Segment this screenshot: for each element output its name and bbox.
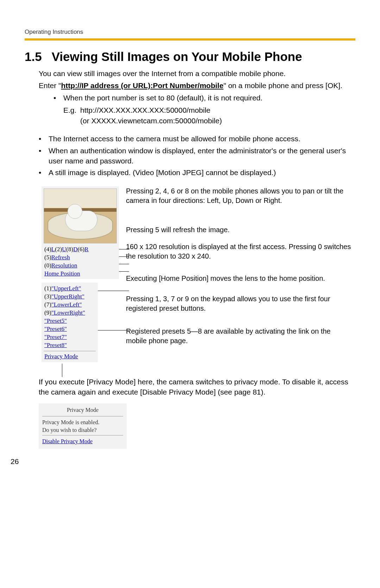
callout-refresh: Pressing 5 will refresh the image. — [126, 225, 353, 235]
refresh-link[interactable]: Refresh — [51, 254, 70, 261]
preset-row: (1)"UpperLeft" — [44, 285, 96, 293]
example-block: E.g.http://XXX.XXX.XXX.XXX:50000/mobile … — [63, 105, 355, 126]
intro-p2: Enter "http://IP address (or URL):Port N… — [39, 80, 355, 91]
preset6-link[interactable]: "Preset6" — [44, 326, 67, 332]
url-example-bold: http://IP address (or URL):Port Number/m… — [61, 81, 223, 89]
preset8-link[interactable]: "Preset8" — [44, 342, 67, 348]
nav-keys-line: (4)L(2)U(8)D(6)R — [44, 246, 117, 254]
privacy-box-title: Privacy Mode — [42, 406, 123, 414]
preset-row: (3)"UpperRight" — [44, 293, 96, 301]
phone-screen-presets: (1)"UpperLeft" (3)"UpperRight" (7)"Lower… — [42, 283, 98, 362]
preset-lowerright-link[interactable]: "LowerRight" — [51, 309, 85, 316]
callout-presets58: Registered presets 5—8 are available by … — [126, 327, 353, 346]
disable-privacy-link[interactable]: Disable Privacy Mode — [42, 438, 93, 444]
privacy-leader-line — [62, 364, 119, 377]
privacy-mode-link[interactable]: Privacy Mode — [44, 353, 78, 360]
privacy-paragraph: If you execute [Privacy Mode] here, the … — [39, 377, 355, 397]
preset-row: (7)"LowerLeft" — [44, 301, 96, 309]
resolution-line: (0)Resolution — [44, 262, 117, 270]
preset-row: (9)"LowerRight" — [44, 309, 96, 317]
privacy-box-line2: Do you wish to disable? — [42, 426, 123, 434]
privacy-mode-box: Privacy Mode Privacy Mode is enabled. Do… — [39, 403, 127, 448]
refresh-line: (5)Refresh — [44, 254, 117, 262]
note-auth: When an authentication window is display… — [49, 146, 355, 166]
section-title: 1.5Viewing Still Images on Your Mobile P… — [25, 48, 355, 65]
preset-upperleft-link[interactable]: "UpperLeft" — [51, 285, 81, 292]
preset7-link[interactable]: "Preset7" — [44, 334, 67, 340]
resolution-link[interactable]: Resolution — [51, 262, 77, 269]
callout-resolution: 160 x 120 resolution is displayed at the… — [126, 242, 353, 261]
preset5-link[interactable]: "Preset5" — [44, 317, 67, 324]
home-position-link[interactable]: Home Position — [44, 270, 80, 277]
privacy-box-line1: Privacy Mode is enabled. — [42, 419, 123, 426]
callout-pan-tilt: Pressing 2, 4, 6 or 8 on the mobile phon… — [126, 186, 353, 205]
callout-presets: Pressing 1, 3, 7 or 9 on the keypad allo… — [126, 294, 353, 313]
nav-left-link[interactable]: L — [51, 246, 55, 253]
port-note-list: When the port number is set to 80 (defau… — [39, 93, 355, 103]
preset-upperright-link[interactable]: "UpperRight" — [51, 293, 84, 300]
section-number: 1.5 — [25, 48, 42, 65]
page-number: 26 — [11, 457, 19, 466]
callout-home: Executing [Home Position] moves the lens… — [126, 274, 353, 283]
nav-up-link[interactable]: U — [62, 246, 66, 253]
notes-list: The Internet access to the camera must b… — [39, 134, 355, 178]
phone-screen-main: (4)L(2)U(8)D(6)R (5)Refresh (0)Resolutio… — [42, 186, 119, 279]
intro-p1: You can view still images over the Inter… — [39, 68, 355, 79]
note-internet-access: The Internet access to the camera must b… — [49, 134, 355, 144]
running-head: Operating Instructions — [25, 28, 355, 36]
preset-lowerleft-link[interactable]: "LowerLeft" — [51, 301, 82, 308]
header-rule — [25, 38, 355, 41]
camera-still-image — [44, 188, 117, 243]
nav-down-link[interactable]: D — [73, 246, 77, 253]
mobile-figure: (4)L(2)U(8)D(6)R (5)Refresh (0)Resolutio… — [39, 186, 355, 370]
note-still-image: A still image is displayed. (Video [Moti… — [49, 167, 355, 178]
section-heading-text: Viewing Still Images on Your Mobile Phon… — [52, 50, 302, 63]
nav-right-link[interactable]: R — [84, 246, 88, 253]
port-note: When the port number is set to 80 (defau… — [63, 93, 355, 103]
